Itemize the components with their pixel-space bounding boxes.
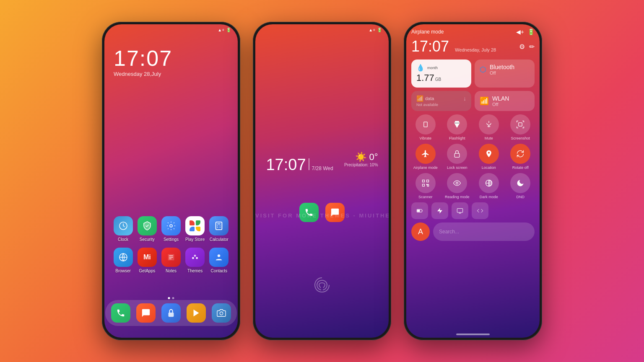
cc-data-card[interactable]: 💧 month 1.77 GB (411, 59, 471, 88)
getapps-label: GetApps (139, 269, 155, 273)
toggle-rotate[interactable]: Rotate off (506, 144, 535, 170)
cc-bottom: A Search... (411, 222, 535, 241)
small-code-btn[interactable] (472, 202, 488, 219)
status-bar-1: ▲+ 🔋 (104, 28, 238, 32)
app-notes[interactable]: Notes (159, 248, 183, 273)
toggle-vibrate[interactable]: Vibrate (411, 114, 440, 140)
contacts-icon (209, 248, 229, 267)
cc-toggles-row1: Vibrate Flashlight (411, 114, 535, 140)
wlan-status: Off (492, 102, 509, 107)
contacts-label: Contacts (211, 269, 227, 273)
cc-date-text: Wednesday, July 28 (455, 47, 496, 52)
scanner-btn[interactable] (415, 173, 436, 193)
lockscreen-btn[interactable] (447, 144, 467, 164)
cc-time-row: 17:07 Wednesday, July 28 ⚙ ✏ (411, 38, 535, 55)
clock-icon (114, 216, 133, 235)
cc-signal-card[interactable]: 📶 data ↓ Not available (411, 91, 471, 111)
small-screen-btn[interactable] (452, 202, 468, 219)
cc-settings-icon[interactable]: ⚙ (519, 43, 525, 51)
toggle-dark[interactable]: Dark mode (475, 173, 503, 199)
themes-label: Themes (187, 269, 203, 273)
small-flash-btn[interactable] (431, 202, 448, 219)
screenshot-btn[interactable] (510, 114, 530, 134)
app-browser[interactable]: Browser (112, 248, 135, 273)
phone2-widget: 17:07 7/28 Wed ☀️ 0° Precipitation: 10% (266, 156, 378, 174)
cc-edit-icon[interactable]: ✏ (529, 43, 535, 51)
app-settings[interactable]: Settings (159, 216, 183, 242)
phone2-phone-app[interactable] (299, 203, 319, 222)
dock-phone[interactable] (111, 303, 130, 323)
app-playstore[interactable]: Play Store (183, 216, 207, 242)
phone-3: Airplane mode ◀+ 🔋 17:07 Wednesday, July… (404, 22, 542, 340)
bluetooth-icon: ⬡ (480, 65, 486, 74)
toggle-airplane[interactable]: Airplane mode (411, 144, 440, 170)
phone2-date: 7/28 Wed (312, 165, 333, 171)
dnd-btn[interactable] (510, 173, 530, 193)
phone2-msg-app[interactable] (325, 203, 345, 222)
cc-search-bar[interactable]: Search... (433, 222, 535, 241)
app-grid: Clock Security (104, 216, 238, 279)
themes-icon (185, 248, 205, 267)
vibrate-btn[interactable] (415, 114, 436, 134)
bluetooth-title: Bluetooth (490, 64, 514, 70)
battery-icon-2: 🔋 (377, 28, 382, 32)
reading-btn[interactable] (447, 173, 467, 193)
toggle-flashlight[interactable]: Flashlight (443, 114, 472, 140)
app-calculator[interactable]: Calculator (207, 216, 231, 242)
app-getapps[interactable]: Mi GetApps (135, 248, 159, 273)
location-label: Location (482, 165, 496, 170)
cc-bluetooth-card[interactable]: ⬡ Bluetooth Off (475, 59, 535, 88)
signal-sublabel: Not available (416, 103, 466, 107)
data-icon: 💧 (416, 64, 425, 72)
svg-rect-28 (519, 123, 522, 126)
cc-wlan-card[interactable]: 📶 WLAN Off (475, 91, 535, 111)
svg-rect-32 (422, 184, 424, 186)
toggle-reading[interactable]: Reading mode (443, 173, 472, 199)
cc-toggles-row2: Airplane mode Lock screen (411, 144, 535, 170)
browser-icon (114, 248, 133, 267)
cc-time: 17:07 (411, 38, 449, 55)
toggle-mute[interactable]: Mute (475, 114, 503, 140)
data-label: month (427, 66, 438, 70)
rotate-btn[interactable] (510, 144, 530, 164)
app-security[interactable]: Security (135, 216, 159, 242)
flashlight-btn[interactable] (447, 114, 467, 134)
dock-music[interactable] (187, 303, 206, 323)
battery-icon: 🔋 (226, 28, 231, 32)
settings-label: Settings (164, 237, 179, 242)
toggle-location[interactable]: Location (475, 144, 503, 170)
dock-camera[interactable] (212, 303, 231, 323)
fingerprint-area[interactable] (312, 274, 332, 297)
app-clock[interactable]: Clock (112, 216, 135, 242)
clock-time: 17:07 (114, 47, 172, 69)
small-battery-btn[interactable] (411, 202, 428, 219)
airplane-btn[interactable] (415, 144, 436, 164)
playstore-icon (185, 216, 205, 235)
dark-btn[interactable] (479, 173, 499, 193)
toggle-lockscreen[interactable]: Lock screen (443, 144, 472, 170)
dock-messages[interactable] (136, 303, 156, 323)
cc-avatar[interactable]: A (411, 222, 430, 241)
app-contacts[interactable]: Contacts (207, 248, 231, 273)
cc-battery-icon: 🔋 (527, 28, 535, 35)
rotate-label: Rotate off (512, 165, 529, 170)
data-unit: GB (435, 77, 441, 82)
svg-point-18 (195, 255, 195, 256)
svg-point-19 (218, 254, 220, 257)
control-center: Airplane mode ◀+ 🔋 17:07 Wednesday, July… (406, 24, 540, 338)
screenshot-label: Screenshot (511, 136, 530, 140)
location-btn[interactable] (479, 144, 499, 164)
calculator-icon (209, 216, 229, 235)
clock-label: Clock (118, 237, 128, 242)
toggle-screenshot[interactable]: Screenshot (506, 114, 535, 140)
cc-back-icon: ◀+ (516, 28, 524, 35)
toggle-dnd[interactable]: DND (506, 173, 535, 199)
svg-point-16 (192, 257, 194, 259)
svg-marker-21 (194, 310, 199, 317)
toggle-scanner[interactable]: Scanner (411, 173, 440, 199)
dock-lock[interactable] (161, 303, 181, 323)
dot-active (168, 297, 170, 299)
phone2-weather: ☀️ 0° Precipitation: 10% (344, 152, 378, 167)
mute-btn[interactable] (479, 114, 499, 134)
app-themes[interactable]: Themes (183, 248, 207, 273)
